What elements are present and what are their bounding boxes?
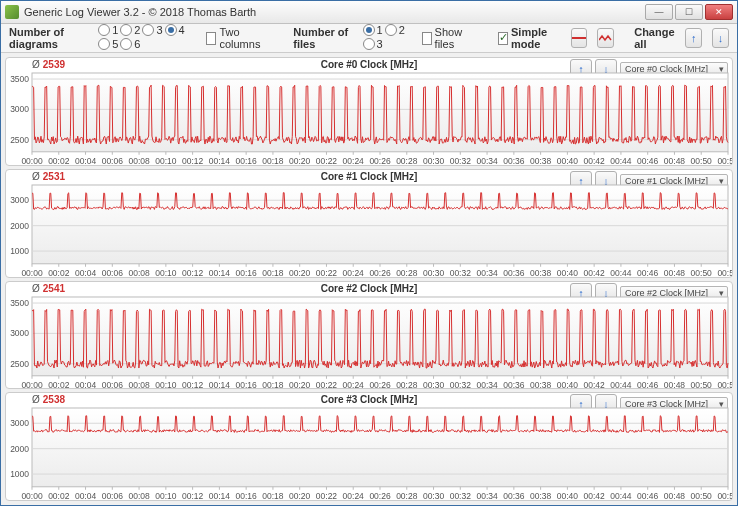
svg-text:00:50: 00:50 xyxy=(691,379,713,388)
change-all-label: Change all xyxy=(634,26,675,50)
svg-text:00:08: 00:08 xyxy=(128,379,150,388)
close-button[interactable]: ✕ xyxy=(705,4,733,20)
svg-text:00:26: 00:26 xyxy=(369,491,391,500)
svg-text:2500: 2500 xyxy=(10,135,29,145)
svg-text:00:26: 00:26 xyxy=(369,379,391,388)
svg-text:00:44: 00:44 xyxy=(610,379,632,388)
svg-text:00:48: 00:48 xyxy=(664,379,686,388)
svg-text:00:22: 00:22 xyxy=(316,268,338,277)
toolbar: Number of diagrams 123456 Two columns Nu… xyxy=(1,24,737,53)
svg-text:00:30: 00:30 xyxy=(423,156,445,165)
simple-mode-checkbox[interactable]: Simple mode xyxy=(498,26,561,50)
svg-text:00:38: 00:38 xyxy=(530,491,552,500)
svg-text:00:34: 00:34 xyxy=(476,491,498,500)
svg-text:00:52: 00:52 xyxy=(717,268,732,277)
svg-text:00:08: 00:08 xyxy=(128,268,150,277)
svg-text:3000: 3000 xyxy=(10,104,29,114)
plot-area[interactable]: 25003000350000:0000:0200:0400:0600:0800:… xyxy=(6,296,732,389)
plot-area[interactable]: 10002000300000:0000:0200:0400:0600:0800:… xyxy=(6,407,732,500)
svg-text:00:00: 00:00 xyxy=(21,156,43,165)
svg-text:00:32: 00:32 xyxy=(450,379,472,388)
svg-text:00:12: 00:12 xyxy=(182,156,204,165)
svg-text:00:52: 00:52 xyxy=(717,491,732,500)
svg-text:3000: 3000 xyxy=(10,195,29,205)
radio-1[interactable]: 1 xyxy=(363,24,383,36)
svg-text:00:40: 00:40 xyxy=(557,156,579,165)
svg-text:2500: 2500 xyxy=(10,358,29,368)
num-diagrams-label: Number of diagrams xyxy=(9,26,88,50)
svg-text:00:40: 00:40 xyxy=(557,379,579,388)
svg-text:00:14: 00:14 xyxy=(209,268,231,277)
svg-text:00:18: 00:18 xyxy=(262,379,284,388)
content-area: Core #0 Clock [MHz]Ø2539↑↓Core #0 Clock … xyxy=(1,53,737,505)
svg-text:00:16: 00:16 xyxy=(236,379,258,388)
svg-text:00:32: 00:32 xyxy=(450,156,472,165)
app-window: Generic Log Viewer 3.2 - © 2018 Thomas B… xyxy=(0,0,738,506)
line-flat-icon xyxy=(572,37,586,39)
svg-text:00:06: 00:06 xyxy=(102,379,124,388)
radio-6[interactable]: 6 xyxy=(120,38,140,50)
svg-text:00:50: 00:50 xyxy=(691,156,713,165)
radio-3[interactable]: 3 xyxy=(363,38,383,50)
radio-1[interactable]: 1 xyxy=(98,24,118,36)
svg-text:00:24: 00:24 xyxy=(343,379,365,388)
chart-average: Ø2539 xyxy=(32,59,65,70)
svg-text:00:38: 00:38 xyxy=(530,379,552,388)
radio-5[interactable]: 5 xyxy=(98,38,118,50)
svg-text:00:04: 00:04 xyxy=(75,156,97,165)
plot-area[interactable]: 25003000350000:0000:0200:0400:0600:0800:… xyxy=(6,72,732,165)
svg-text:00:36: 00:36 xyxy=(503,491,525,500)
chart-average: Ø2538 xyxy=(32,394,65,405)
svg-text:00:20: 00:20 xyxy=(289,156,311,165)
chart-panel-1: Core #1 Clock [MHz]Ø2531↑↓Core #1 Clock … xyxy=(5,169,733,278)
svg-text:00:50: 00:50 xyxy=(691,268,713,277)
svg-text:00:48: 00:48 xyxy=(664,268,686,277)
svg-text:00:22: 00:22 xyxy=(316,156,338,165)
svg-text:00:00: 00:00 xyxy=(21,268,43,277)
svg-text:00:34: 00:34 xyxy=(476,379,498,388)
svg-rect-183 xyxy=(32,408,728,487)
radio-2[interactable]: 2 xyxy=(120,24,140,36)
svg-text:00:16: 00:16 xyxy=(236,156,258,165)
chart-panel-3: Core #3 Clock [MHz]Ø2538↑↓Core #3 Clock … xyxy=(5,392,733,501)
svg-text:00:04: 00:04 xyxy=(75,268,97,277)
svg-rect-61 xyxy=(32,185,728,264)
line-style-zig-button[interactable] xyxy=(597,28,614,48)
svg-text:00:52: 00:52 xyxy=(717,156,732,165)
svg-text:00:38: 00:38 xyxy=(530,156,552,165)
maximize-button[interactable]: ☐ xyxy=(675,4,703,20)
svg-text:00:32: 00:32 xyxy=(450,268,472,277)
plot-area[interactable]: 10002000300000:0000:0200:0400:0600:0800:… xyxy=(6,184,732,277)
line-style-flat-button[interactable] xyxy=(571,28,588,48)
svg-text:00:48: 00:48 xyxy=(664,491,686,500)
radio-2[interactable]: 2 xyxy=(385,24,405,36)
svg-text:00:12: 00:12 xyxy=(182,379,204,388)
svg-text:00:18: 00:18 xyxy=(262,491,284,500)
svg-text:00:34: 00:34 xyxy=(476,156,498,165)
svg-text:2000: 2000 xyxy=(10,444,29,454)
change-all-up-button[interactable]: ↑ xyxy=(685,28,702,48)
svg-text:00:06: 00:06 xyxy=(102,268,124,277)
show-files-checkbox[interactable]: Show files xyxy=(422,26,471,50)
svg-text:00:42: 00:42 xyxy=(584,491,606,500)
svg-text:00:42: 00:42 xyxy=(584,268,606,277)
svg-text:00:40: 00:40 xyxy=(557,268,579,277)
radio-4[interactable]: 4 xyxy=(165,24,185,36)
num-files-radios: 123 xyxy=(363,24,412,52)
svg-text:00:36: 00:36 xyxy=(503,379,525,388)
svg-text:00:08: 00:08 xyxy=(128,156,150,165)
two-columns-checkbox[interactable]: Two columns xyxy=(206,26,265,50)
svg-text:00:12: 00:12 xyxy=(182,268,204,277)
svg-text:00:26: 00:26 xyxy=(369,268,391,277)
svg-text:00:18: 00:18 xyxy=(262,268,284,277)
change-all-down-button[interactable]: ↓ xyxy=(712,28,729,48)
svg-text:00:34: 00:34 xyxy=(476,268,498,277)
svg-text:00:00: 00:00 xyxy=(21,379,43,388)
radio-3[interactable]: 3 xyxy=(142,24,162,36)
num-files-label: Number of files xyxy=(293,26,352,50)
minimize-button[interactable]: — xyxy=(645,4,673,20)
svg-text:00:46: 00:46 xyxy=(637,379,659,388)
chart-panel-0: Core #0 Clock [MHz]Ø2539↑↓Core #0 Clock … xyxy=(5,57,733,166)
svg-text:00:28: 00:28 xyxy=(396,268,418,277)
window-buttons: — ☐ ✕ xyxy=(645,4,733,20)
